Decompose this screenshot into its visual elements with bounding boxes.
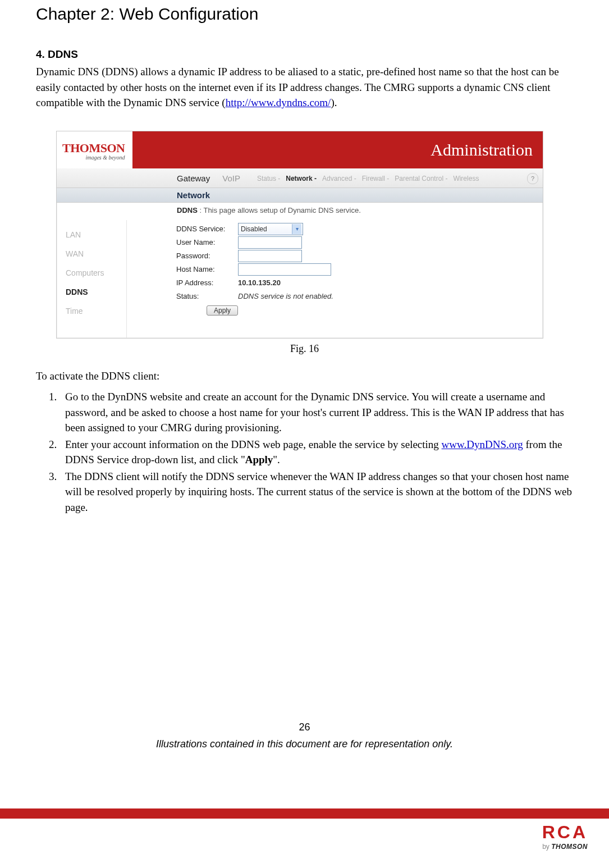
page-description: DDNS : This page allows setup of Dynamic… — [57, 203, 543, 220]
subtab-parental[interactable]: Parental Control - — [395, 175, 447, 182]
desc-text: : This page allows setup of Dynamic DNS … — [198, 206, 361, 214]
page-number: 26 — [0, 721, 609, 733]
step-2-pre: Enter your account information on the DD… — [65, 438, 442, 450]
sidebar-item-wan[interactable]: WAN — [66, 249, 126, 258]
thomson-logo: THOMSON images & beyond — [57, 131, 132, 168]
tab-voip[interactable]: VoIP — [222, 173, 240, 183]
tab-gateway[interactable]: Gateway — [177, 173, 210, 183]
step-2-post: ". — [273, 454, 280, 465]
sidebar-item-time[interactable]: Time — [66, 307, 126, 316]
subtab-firewall[interactable]: Firewall - — [362, 175, 390, 182]
rca-byline: by THOMSON — [542, 843, 588, 851]
subtab-status[interactable]: Status - — [257, 175, 280, 182]
ddns-form: DDNS Service: Disabled ▾ User Name: Pass… — [127, 220, 333, 338]
intro-paragraph: Dynamic DNS (DDNS) allows a dynamic IP a… — [36, 64, 573, 111]
left-nav: LAN WAN Computers DDNS Time — [57, 220, 127, 338]
hostname-label: Host Name: — [176, 265, 238, 273]
dyndns-link[interactable]: http://www.dyndns.com/ — [226, 97, 331, 108]
status-value: DDNS service is not enabled. — [238, 292, 333, 300]
password-input[interactable] — [238, 250, 302, 262]
thomson-text: THOMSON — [551, 843, 588, 851]
rca-logo: RCA — [542, 822, 588, 843]
step-3: The DDNS client will notify the DDNS ser… — [59, 469, 573, 515]
ddns-service-select[interactable]: Disabled ▾ — [238, 223, 303, 235]
steps-list: Go to the DynDNS website and create an a… — [36, 389, 573, 515]
by-text: by — [542, 843, 551, 851]
username-label: User Name: — [176, 238, 238, 246]
logo-tagline: images & beyond — [62, 154, 125, 161]
footer-red-bar — [0, 808, 609, 819]
step-2: Enter your account information on the DD… — [59, 437, 573, 468]
intro-text-post: ). — [331, 97, 337, 108]
apply-button[interactable]: Apply — [207, 305, 238, 316]
top-tab-row: Gateway VoIP Status - Network - Advanced… — [57, 168, 543, 188]
sub-tab-group: Status - Network - Advanced - Firewall -… — [257, 175, 479, 182]
section-banner: Network — [57, 188, 543, 203]
footer-logo-area: RCA by THOMSON — [0, 819, 609, 858]
figure-16-screenshot: THOMSON images & beyond Administration G… — [56, 131, 543, 339]
password-label: Password: — [176, 252, 238, 260]
desc-bold: DDNS — [177, 206, 198, 214]
ddns-service-label: DDNS Service: — [176, 225, 238, 233]
sidebar-item-computers[interactable]: Computers — [66, 268, 126, 277]
chapter-title: Chapter 2: Web Configuration — [36, 4, 573, 24]
header-bar: THOMSON images & beyond Administration — [57, 131, 543, 168]
sidebar-item-lan[interactable]: LAN — [66, 230, 126, 239]
help-icon[interactable]: ? — [527, 173, 538, 184]
ddns-service-value: Disabled — [241, 225, 267, 233]
activate-lead: To activate the DDNS client: — [36, 368, 573, 384]
step-1: Go to the DynDNS website and create an a… — [59, 389, 573, 436]
subtab-network[interactable]: Network - — [286, 175, 317, 182]
sidebar-item-ddns[interactable]: DDNS — [66, 287, 126, 296]
page-title: Administration — [132, 131, 543, 168]
step-2-bold: Apply — [245, 454, 273, 465]
hostname-input[interactable] — [238, 263, 331, 276]
username-input[interactable] — [238, 236, 302, 249]
section-heading: 4. DDNS — [36, 48, 573, 61]
chevron-down-icon: ▾ — [292, 224, 301, 234]
dyndns-org-link[interactable]: www.DynDNS.org — [442, 438, 523, 450]
ipaddress-value: 10.10.135.20 — [238, 278, 281, 287]
ipaddress-label: IP Address: — [176, 278, 238, 287]
figure-caption: Fig. 16 — [36, 343, 573, 355]
footer-disclaimer: Illustrations contained in this document… — [0, 738, 609, 750]
subtab-advanced[interactable]: Advanced - — [322, 175, 356, 182]
logo-text: THOMSON — [62, 141, 125, 156]
subtab-wireless[interactable]: Wireless — [453, 175, 479, 182]
status-label: Status: — [176, 292, 238, 300]
